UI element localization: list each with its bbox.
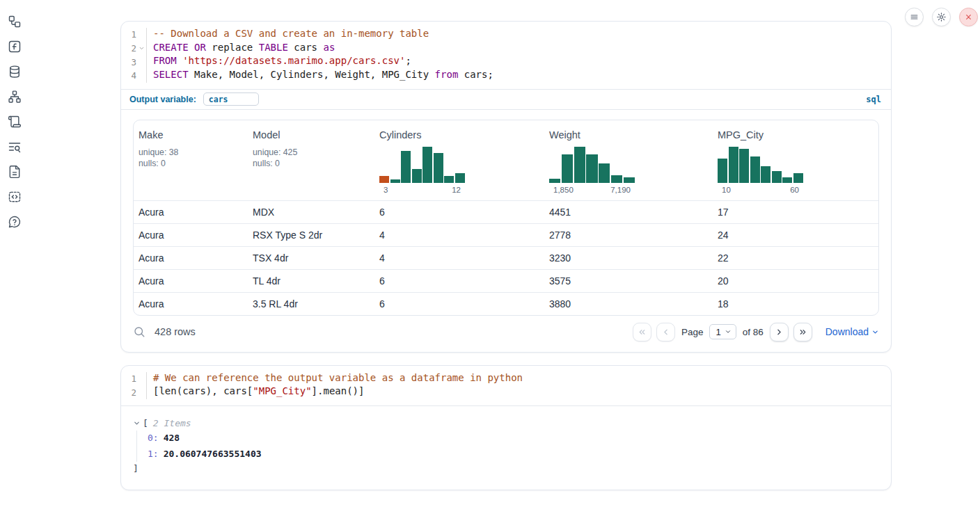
histogram-bar[interactable] [562, 154, 573, 183]
histogram-bar[interactable] [401, 151, 411, 183]
tree-entry-key: 0: [148, 433, 159, 443]
histogram-bar[interactable] [772, 171, 782, 183]
scratchpad-icon[interactable] [8, 115, 22, 129]
file-explorer-icon[interactable] [8, 15, 22, 29]
column-name: Model [253, 129, 370, 140]
page-total-label: of 86 [743, 327, 764, 337]
histogram-axis-labels: 1060 [718, 186, 803, 200]
table-cell: 3.5 RL 4dr [248, 298, 374, 309]
table-cell: 2778 [544, 230, 713, 241]
datasources-icon[interactable] [8, 65, 22, 79]
prev-page-button[interactable] [656, 323, 675, 341]
histogram-bar[interactable] [422, 147, 432, 183]
functions-icon[interactable] [8, 40, 22, 54]
collapse-chevron-icon[interactable] [133, 419, 141, 427]
page-label: Page [681, 327, 704, 337]
chevron-down-icon [871, 328, 879, 336]
histogram-bar[interactable] [624, 177, 635, 182]
code-line[interactable]: FROM 'https://datasets.marimo.app/cars.c… [153, 55, 493, 69]
code-line[interactable]: SELECT Make, Model, Cylinders, Weight, M… [153, 69, 493, 83]
histogram-bar[interactable] [379, 176, 389, 182]
code-line[interactable]: # We can reference the output variable a… [153, 372, 523, 386]
histogram-bar[interactable] [750, 156, 760, 182]
column-stat: nulls: 0 [139, 158, 243, 170]
table-cell: 4 [374, 230, 544, 241]
table-row[interactable]: AcuraRSX Type S 2dr4277824 [134, 223, 878, 246]
page-select[interactable]: 1 [709, 324, 736, 339]
histogram-bar[interactable] [549, 179, 560, 183]
histogram-axis-labels: 312 [379, 186, 465, 200]
help-icon[interactable] [8, 215, 22, 229]
table-row[interactable]: Acura3.5 RL 4dr6388018 [134, 292, 878, 315]
histogram-bar[interactable] [390, 179, 400, 183]
python-output-tree: [2 Items0:4281:20.060747663551403] [121, 406, 891, 490]
histogram-bar[interactable] [729, 147, 738, 183]
histogram-bar[interactable] [455, 173, 465, 183]
settings-icon[interactable] [932, 8, 951, 26]
menu-icon[interactable] [905, 8, 924, 26]
next-page-button[interactable] [770, 323, 789, 341]
chevron-down-icon [725, 328, 732, 335]
column-header-cylinders[interactable]: Cylinders312 [374, 129, 544, 200]
line-number: 2 [125, 43, 136, 54]
table-row[interactable]: AcuraTL 4dr6357520 [134, 269, 878, 292]
column-name: Cylinders [379, 129, 539, 140]
code-line[interactable]: -- Download a CSV and create an in-memor… [153, 28, 493, 42]
documentation-icon[interactable] [8, 165, 22, 179]
table-cell: 17 [713, 207, 878, 218]
column-name: Weight [549, 129, 708, 140]
first-page-button[interactable] [633, 323, 651, 341]
download-button[interactable]: Download [825, 326, 879, 337]
histogram-bar[interactable] [761, 166, 770, 182]
tree-entry-value: 20.060747663551403 [164, 449, 262, 459]
pagination: Page 1 of 86 Download [633, 323, 879, 341]
histogram-bar[interactable] [412, 169, 422, 183]
bracket-close: ] [133, 462, 880, 476]
column-header-make[interactable]: Makeunique: 38nulls: 0 [134, 129, 248, 200]
histogram-bar[interactable] [599, 163, 610, 183]
code-line[interactable]: CREATE OR replace TABLE cars as [153, 42, 493, 56]
logs-icon[interactable] [8, 140, 22, 154]
tree-entry-key: 1: [148, 449, 159, 459]
last-page-button[interactable] [793, 323, 812, 341]
data-table: Makeunique: 38nulls: 0Modelunique: 425nu… [133, 120, 879, 316]
python-cell: 12# We can reference the output variable… [120, 365, 892, 490]
output-variable-input[interactable] [203, 92, 259, 106]
column-histogram[interactable] [549, 147, 635, 183]
code-line[interactable]: [len(cars), cars["MPG_City"].mean()] [153, 385, 523, 399]
table-row[interactable]: AcuraMDX6445117 [134, 200, 878, 223]
language-badge: sql [866, 95, 881, 104]
column-header-model[interactable]: Modelunique: 425nulls: 0 [248, 129, 374, 200]
tree-entry: 1:20.060747663551403 [148, 446, 880, 462]
table-cell: 6 [374, 275, 544, 287]
histogram-bar[interactable] [793, 173, 803, 183]
dependency-graph-icon[interactable] [8, 90, 22, 104]
snippets-icon[interactable] [8, 190, 22, 204]
table-row[interactable]: AcuraTSX 4dr4323022 [134, 246, 878, 269]
table-cell: 3575 [544, 275, 713, 287]
column-histogram[interactable] [718, 147, 803, 183]
histogram-bar[interactable] [739, 149, 749, 182]
table-cell: Acura [134, 298, 248, 309]
output-variable-row: Output variable: sql [121, 90, 891, 110]
column-header-mpg_city[interactable]: MPG_City1060 [713, 129, 878, 200]
bracket-open: [ [143, 418, 148, 428]
search-icon[interactable] [133, 325, 145, 338]
histogram-bar[interactable] [586, 154, 597, 183]
close-icon[interactable] [959, 8, 978, 26]
fold-chevron-icon[interactable] [136, 45, 146, 51]
histogram-bar[interactable] [574, 147, 585, 183]
histogram-bar[interactable] [782, 177, 792, 183]
column-stat: unique: 38 [139, 147, 243, 159]
histogram-bar[interactable] [444, 176, 454, 182]
column-histogram[interactable] [379, 147, 465, 183]
histogram-bar[interactable] [718, 159, 727, 182]
column-header-weight[interactable]: Weight1,8507,190 [544, 129, 713, 200]
python-code-editor[interactable]: 12# We can reference the output variable… [121, 366, 891, 406]
sql-cell: 1234-- Download a CSV and create an in-m… [120, 21, 892, 353]
table-cell: Acura [134, 275, 248, 287]
histogram-bar[interactable] [434, 153, 443, 183]
line-number: 3 [125, 57, 136, 67]
sql-code-editor[interactable]: 1234-- Download a CSV and create an in-m… [121, 22, 891, 90]
histogram-bar[interactable] [611, 175, 622, 182]
